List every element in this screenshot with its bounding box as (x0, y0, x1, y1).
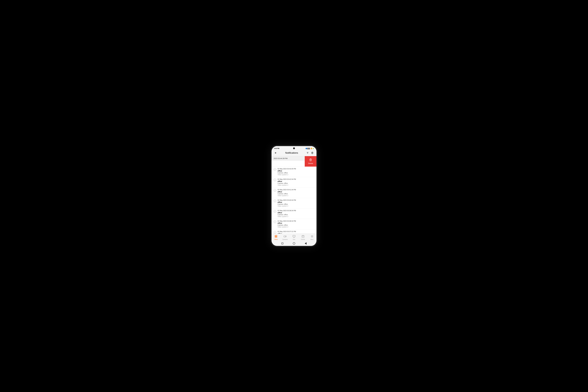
info-icon: i (274, 168, 276, 171)
camera-notch (293, 148, 295, 149)
notif-body: 02 May 2023 03:42:34 PM office Camera: o… (278, 178, 314, 186)
notification-item[interactable]: i 02 May 2023 03:42:34 PM office Camera:… (272, 177, 316, 188)
square-gesture[interactable] (282, 242, 283, 244)
notif-camera: Camera: office (278, 203, 314, 205)
notification-item[interactable]: i 02 May 2023 03:37:31 PM office Camera:… (272, 229, 316, 234)
svg-rect-8 (293, 235, 295, 237)
phone-screen: 3:45 PM 🔵 ▌▌▌ 📶 🔋 Notifications (272, 146, 316, 246)
svg-rect-7 (284, 236, 286, 237)
views-label: Views (274, 239, 278, 240)
notif-title: office (278, 232, 314, 234)
notif-title: office (278, 201, 314, 203)
notif-body: 02 May 2023 03:37:31 PM office Camera: o… (278, 231, 314, 234)
nav-item-more[interactable]: More (308, 234, 316, 241)
info-icon: i (274, 231, 276, 234)
notif-time: 02 May 2023 03:43:35 PM (278, 168, 314, 170)
delete-action[interactable]: Delete (305, 156, 316, 166)
notif-time: 02 May 2023 03:40:34 PM (278, 199, 314, 201)
info-icon: i (274, 178, 276, 181)
notif-time: 02 May 2023 03:42:34 PM (278, 178, 314, 180)
notif-camera: Camera: office (278, 172, 314, 174)
cameras-label: Cameras (282, 239, 288, 240)
notifications-list[interactable]: 2023 03:44:39 PM office stem 2 (272, 156, 316, 234)
notif-camera: Camera: office (278, 182, 314, 184)
notif-time: 02 May 2023 03:41:34 PM (278, 189, 314, 191)
notif-system: Video system 2 (278, 184, 314, 186)
back-button[interactable] (274, 151, 278, 155)
notif-system: Video system 2 (278, 205, 314, 207)
swipe-container[interactable]: 2023 03:44:39 PM office stem 2 (272, 156, 316, 166)
notif-system: Video system 2 (278, 216, 314, 218)
notif-body: 02 May 2023 03:38:32 PM office Camera: o… (278, 220, 314, 228)
notif-title: office (278, 191, 314, 193)
nav-item-events[interactable]: Events (298, 234, 308, 241)
bottom-navigation: Views Cameras Eva (272, 234, 316, 241)
events-label: Events (301, 239, 305, 240)
info-icon: i (274, 220, 276, 223)
wifi-icon: 📶 (310, 148, 312, 149)
first-notif-subtitle: stem 2 (272, 164, 302, 166)
more-icon (310, 235, 314, 238)
battery-icon: 🔋 (312, 148, 314, 149)
notif-system: Video system 2 (278, 226, 314, 228)
status-time: 3:45 PM (274, 148, 279, 149)
notification-items: i 02 May 2023 03:43:35 PM office Camera:… (272, 166, 316, 234)
notification-item[interactable]: i 02 May 2023 03:40:34 PM office Camera:… (272, 198, 316, 208)
notif-camera: Camera: office (278, 224, 314, 226)
notification-item[interactable]: i 02 May 2023 03:38:32 PM office Camera:… (272, 219, 316, 229)
first-notif-title: office (272, 162, 302, 164)
svg-rect-5 (275, 236, 276, 238)
eva-label: Eva (293, 239, 295, 240)
notif-body: 02 May 2023 03:40:34 PM office Camera: o… (278, 199, 314, 207)
nav-item-views[interactable]: Views (272, 234, 280, 241)
gesture-bar (272, 241, 316, 246)
events-icon (302, 235, 304, 238)
notif-title: office (278, 180, 314, 182)
notif-system: Video system 2 (278, 195, 314, 196)
eva-icon (292, 235, 296, 238)
app-bar: Notifications (272, 150, 316, 156)
svg-rect-4 (276, 235, 277, 236)
first-notification-item[interactable]: office stem 2 (272, 160, 305, 166)
notif-body: 02 May 2023 03:41:34 PM office Camera: o… (278, 189, 314, 196)
nav-item-cameras[interactable]: Cameras (280, 234, 290, 241)
circle-gesture[interactable] (293, 242, 295, 244)
notif-time: 02 May 2023 03:37:31 PM (278, 231, 314, 232)
notif-title: office (278, 170, 314, 172)
views-icon (274, 235, 278, 238)
info-icon: i (274, 210, 276, 212)
delete-action-label: Delete (308, 162, 313, 164)
svg-rect-9 (302, 236, 304, 238)
notif-time: 02 May 2023 03:38:32 PM (278, 220, 314, 222)
phone-device: 3:45 PM 🔵 ▌▌▌ 📶 🔋 Notifications (270, 145, 318, 247)
notif-time: 02 May 2023 03:39:34 PM (278, 210, 314, 212)
notif-title: office (278, 222, 314, 224)
cameras-icon (284, 235, 286, 238)
notif-body: 02 May 2023 03:39:34 PM office Camera: o… (278, 210, 314, 218)
more-label: More (310, 239, 314, 240)
svg-rect-6 (276, 236, 277, 238)
notif-title: office (278, 212, 314, 214)
notification-item[interactable]: i 02 May 2023 03:41:34 PM office Camera:… (272, 188, 316, 198)
notification-item[interactable]: i 02 May 2023 03:43:35 PM office Camera:… (272, 166, 316, 177)
notif-camera: Camera: office (278, 193, 314, 195)
nav-item-eva[interactable]: Eva (290, 234, 298, 241)
info-icon: i (274, 189, 276, 192)
page-title: Notifications (278, 152, 306, 154)
delete-action-icon (309, 158, 312, 162)
notification-item[interactable]: i 02 May 2023 03:39:34 PM office Camera:… (272, 208, 316, 219)
notif-system: Video system 2 (278, 174, 314, 176)
signal-icon: ▌▌▌ (308, 148, 310, 149)
back-gesture[interactable] (305, 242, 306, 244)
status-icons: 🔵 ▌▌▌ 📶 🔋 (306, 148, 314, 149)
notif-body: 02 May 2023 03:43:35 PM office Camera: o… (278, 168, 314, 176)
info-icon: i (274, 200, 276, 202)
delete-all-button[interactable] (310, 151, 314, 155)
bluetooth-icon: 🔵 (306, 148, 307, 149)
notif-camera: Camera: office (278, 214, 314, 216)
filter-button[interactable] (306, 151, 310, 155)
svg-rect-3 (275, 235, 276, 236)
